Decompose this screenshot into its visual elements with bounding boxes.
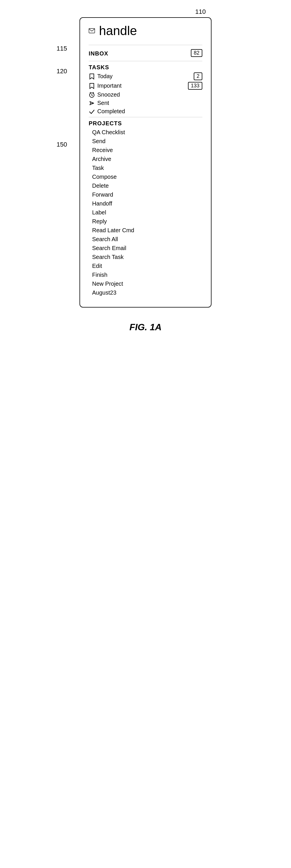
tasks-label: TASKS — [89, 64, 202, 71]
task-item-important-left: Important — [89, 83, 121, 89]
figure-caption: FIG. 1A — [130, 322, 161, 333]
project-item-handoff[interactable]: Handoff — [92, 200, 202, 207]
checkmark-icon — [89, 108, 95, 115]
tasks-section: TASKS Today 2 — [89, 64, 202, 115]
task-label-completed: Completed — [97, 108, 125, 115]
task-item-completed[interactable]: Completed — [89, 108, 202, 115]
project-item-search-email[interactable]: Search Email — [92, 245, 202, 251]
project-item-edit[interactable]: Edit — [92, 263, 202, 269]
ref-115: 115 — [57, 45, 67, 52]
project-item-finish[interactable]: Finish — [92, 272, 202, 278]
task-item-sent-left: Sent — [89, 100, 109, 106]
task-item-snoozed[interactable]: Snoozed — [89, 91, 202, 98]
project-item-task[interactable]: Task — [92, 165, 202, 171]
task-item-completed-left: Completed — [89, 108, 125, 115]
svg-rect-0 — [89, 28, 95, 33]
project-item-delete[interactable]: Delete — [92, 183, 202, 189]
svg-line-3 — [92, 95, 93, 96]
project-item-search-task[interactable]: Search Task — [92, 254, 202, 260]
task-label-snoozed: Snoozed — [97, 91, 120, 98]
project-item-forward[interactable]: Forward — [92, 191, 202, 198]
bookmark-icon-important — [89, 83, 95, 89]
task-label-important: Important — [97, 83, 121, 89]
inbox-label: INBOX — [89, 50, 108, 57]
inbox-divider — [89, 61, 202, 61]
app-box: handle INBOX 82 TASKS — [79, 17, 212, 308]
projects-section: PROJECTS QA Checklist Send Receive Archi… — [89, 120, 202, 296]
task-badge-today: 2 — [194, 72, 202, 80]
task-item-today-left: Today — [89, 73, 112, 80]
task-item-snoozed-left: Snoozed — [89, 91, 120, 98]
app-header: handle — [89, 24, 202, 38]
app-title: handle — [99, 24, 137, 38]
task-item-sent[interactable]: Sent — [89, 100, 202, 106]
task-item-important[interactable]: Important 133 — [89, 82, 202, 90]
projects-label: PROJECTS — [89, 120, 202, 127]
inbox-badge: 82 — [191, 49, 202, 57]
task-label-sent: Sent — [97, 100, 109, 106]
project-item-august23[interactable]: August23 — [92, 289, 202, 296]
mail-icon — [89, 28, 95, 34]
page-wrapper: 110 115 120 150 handle — [0, 17, 291, 333]
project-item-qa-checklist[interactable]: QA Checklist — [92, 129, 202, 136]
tasks-divider — [89, 117, 202, 117]
project-item-compose[interactable]: Compose — [92, 174, 202, 180]
project-item-label[interactable]: Label — [92, 209, 202, 216]
task-label-today: Today — [97, 73, 112, 80]
figure-ref-wrapper: 110 115 120 150 handle — [79, 17, 212, 308]
project-item-read-later-cmd[interactable]: Read Later Cmd — [92, 227, 202, 234]
inbox-row[interactable]: INBOX 82 — [89, 48, 202, 59]
project-item-receive[interactable]: Receive — [92, 147, 202, 153]
project-item-search-all[interactable]: Search All — [92, 236, 202, 243]
project-item-new-project[interactable]: New Project — [92, 281, 202, 287]
task-badge-important: 133 — [188, 82, 202, 90]
project-item-reply[interactable]: Reply — [92, 218, 202, 225]
clock-icon — [89, 92, 95, 98]
project-item-send[interactable]: Send — [92, 138, 202, 145]
header-divider — [89, 45, 202, 45]
task-item-today[interactable]: Today 2 — [89, 72, 202, 80]
bookmark-icon-today — [89, 73, 95, 80]
ref-120: 120 — [57, 67, 67, 75]
sent-arrow-icon — [89, 100, 95, 106]
ref-150: 150 — [57, 141, 67, 148]
ref-110: 110 — [195, 8, 206, 16]
project-item-archive[interactable]: Archive — [92, 156, 202, 162]
